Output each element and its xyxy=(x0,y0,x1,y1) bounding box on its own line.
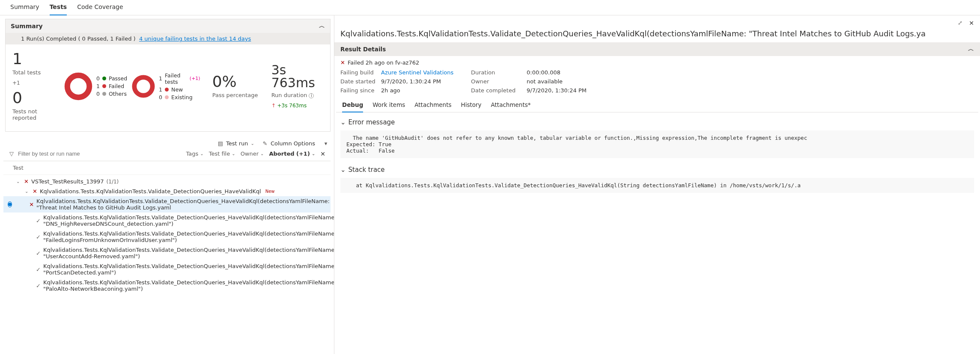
failing-tests-link[interactable]: 4 unique failing tests in the last 14 da… xyxy=(139,35,251,42)
chevron-down-icon: ⌄ xyxy=(232,151,235,156)
detail-tab-work-items[interactable]: Work items xyxy=(372,101,405,112)
tree-test-row[interactable]: ✓Kqlvalidations.Tests.KqlValidationTests… xyxy=(3,277,331,294)
pass-icon: ✓ xyxy=(36,266,41,273)
filter-owner[interactable]: Owner⌄ xyxy=(241,150,264,157)
date-started-key: Date started xyxy=(340,78,381,85)
tree-run-row[interactable]: ⌄✕VSTest_TestResults_13997 (1/1) xyxy=(3,177,331,186)
total-tests-label: Total tests xyxy=(12,69,60,76)
failed-tests-count: 1 xyxy=(159,75,162,82)
info-icon[interactable]: i xyxy=(309,93,314,98)
pass-percentage-value: 0% xyxy=(212,74,259,89)
tree-test-row[interactable]: ✓Kqlvalidations.Tests.KqlValidationTests… xyxy=(3,245,331,261)
chevron-down-icon: ⌄ xyxy=(260,151,264,156)
failing-since-value: 2h ago xyxy=(381,87,471,94)
legend-dot xyxy=(165,95,169,99)
test-name: Kqlvalidations.Tests.KqlValidationTests.… xyxy=(43,214,334,227)
pencil-icon: ✎ xyxy=(262,141,268,147)
collapse-icon[interactable]: ︿ xyxy=(319,23,325,29)
list-icon: ▤ xyxy=(217,141,223,147)
results-tree: ⌄✕VSTest_TestResults_13997 (1/1)⌄✕Kqlval… xyxy=(0,175,334,354)
filter-test-file[interactable]: Test file⌄ xyxy=(209,150,235,157)
test-name: Kqlvalidations.Tests.KqlValidationTests.… xyxy=(43,279,334,292)
close-detail-button[interactable]: ✕ xyxy=(969,20,974,27)
new-badge: New xyxy=(265,189,275,194)
duration-value: 0:00:00.008 xyxy=(527,69,974,76)
runs-banner: 1 Run(s) Completed ( 0 Passed, 1 Failed … xyxy=(6,33,330,44)
expand-icon[interactable]: ⤢ xyxy=(957,20,963,26)
run-duration-delta: +3s 763ms xyxy=(271,103,323,109)
chevron-down-icon: ⌄ xyxy=(340,166,346,174)
tree-test-row[interactable]: ✕Kqlvalidations.Tests.KqlValidationTests… xyxy=(3,196,331,212)
close-filters-button[interactable]: ✕ xyxy=(320,150,325,157)
total-tests-delta: +1 xyxy=(12,80,60,86)
detail-tab-history[interactable]: History xyxy=(461,101,482,112)
duration-key: Duration xyxy=(471,69,527,76)
failure-donut-group: 1 Failed tests (+1) 1New0Existing xyxy=(131,71,200,102)
fail-icon: ✕ xyxy=(33,188,37,195)
not-reported-label: Tests not reported xyxy=(12,108,60,121)
tree-group-row[interactable]: ⌄✕Kqlvalidations.Tests.KqlValidationTest… xyxy=(3,186,331,196)
date-completed-value: 9/7/2020, 1:30:24 PM xyxy=(527,87,974,94)
results-toolbar: ▤Test run⌄ ✎Column Options ▾ xyxy=(0,132,334,148)
detail-tab-attachments-star[interactable]: Attachments* xyxy=(491,101,531,112)
chevron-down-icon: ⌄ xyxy=(340,118,346,126)
tree-test-row[interactable]: ✓Kqlvalidations.Tests.KqlValidationTests… xyxy=(3,229,331,245)
test-name: Kqlvalidations.Tests.KqlValidationTests.… xyxy=(43,247,334,260)
test-run-button[interactable]: ▤Test run⌄ xyxy=(217,140,254,147)
chevron-down-icon: ⌄ xyxy=(16,179,21,184)
failing-since-key: Failing since xyxy=(340,87,381,94)
run-count: (1/1) xyxy=(107,179,119,185)
failing-build-value[interactable]: Azure Sentinel Validations xyxy=(381,69,471,76)
detail-tab-debug[interactable]: Debug xyxy=(342,101,363,112)
total-tests-value: 1 xyxy=(12,51,60,67)
summary-title: Summary xyxy=(11,23,43,30)
pass-icon: ✓ xyxy=(36,250,41,257)
failure-donut-icon xyxy=(131,72,155,101)
result-details-header: Result Details xyxy=(340,46,386,53)
selected-radio-icon xyxy=(8,201,12,207)
results-table-header: Test xyxy=(3,161,331,175)
collapse-icon[interactable]: ︿ xyxy=(968,46,974,52)
filter-outcome[interactable]: Aborted (+1)⌄ xyxy=(269,150,315,157)
column-options-button[interactable]: ✎Column Options xyxy=(262,140,315,147)
filter-input[interactable] xyxy=(17,150,181,157)
runs-banner-text: 1 Run(s) Completed ( 0 Passed, 1 Failed … xyxy=(21,35,136,42)
test-name: Kqlvalidations.Tests.KqlValidationTests.… xyxy=(43,230,334,243)
top-tabs: Summary Tests Code Coverage xyxy=(0,0,980,15)
fail-icon: ✕ xyxy=(29,201,34,208)
legend-dot xyxy=(165,88,169,91)
funnel-icon: ▽ xyxy=(9,151,15,157)
summary-card: Summary ︿ 1 Run(s) Completed ( 0 Passed,… xyxy=(5,19,331,132)
pass-icon: ✓ xyxy=(36,234,41,240)
outcome-donut-icon xyxy=(64,72,93,101)
tree-test-row[interactable]: ✓Kqlvalidations.Tests.KqlValidationTests… xyxy=(3,212,331,229)
stack-trace-body: at Kqlvalidations.Tests.KqlValidationTes… xyxy=(340,178,974,193)
group-name: Kqlvalidations.Tests.KqlValidationTests.… xyxy=(40,188,261,195)
date-completed-key: Date completed xyxy=(471,87,527,94)
tab-tests[interactable]: Tests xyxy=(50,3,67,15)
result-metadata: Failing build Azure Sentinel Validations… xyxy=(334,66,980,97)
outcome-legend: 0Passed1Failed0Others xyxy=(96,74,127,98)
filter-row: ▽ Tags⌄ Test file⌄ Owner⌄ Aborted (+1)⌄ … xyxy=(3,148,331,161)
chevron-down-icon: ⌄ xyxy=(200,151,203,156)
error-message-header[interactable]: ⌄ Error message xyxy=(334,112,980,129)
filter-tags[interactable]: Tags⌄ xyxy=(186,150,204,157)
detail-tab-attachments[interactable]: Attachments xyxy=(414,101,451,112)
svg-point-0 xyxy=(67,75,89,97)
tree-test-row[interactable]: ✓Kqlvalidations.Tests.KqlValidationTests… xyxy=(3,261,331,277)
failed-on-line: Failed 2h ago on fv-az762 xyxy=(348,59,419,66)
failed-tests-delta: (+1) xyxy=(190,76,200,81)
detail-title: Kqlvalidations.Tests.KqlValidationTests.… xyxy=(334,27,980,42)
failing-build-key: Failing build xyxy=(340,69,381,76)
tab-summary[interactable]: Summary xyxy=(10,3,39,15)
tab-code-coverage[interactable]: Code Coverage xyxy=(77,3,123,15)
stack-trace-header[interactable]: ⌄ Stack trace xyxy=(334,160,980,176)
error-message-body: The name 'GitHubAudit' does not refer to… xyxy=(340,130,974,158)
legend-dot xyxy=(102,84,106,88)
date-started-value: 9/7/2020, 1:30:24 PM xyxy=(381,78,471,85)
legend-dot xyxy=(102,92,106,96)
detail-tabs: Debug Work items Attachments History Att… xyxy=(336,97,978,112)
owner-key: Owner xyxy=(471,78,527,85)
filter-toggle-button[interactable]: ▾ xyxy=(323,141,329,147)
pass-icon: ✓ xyxy=(36,218,41,224)
